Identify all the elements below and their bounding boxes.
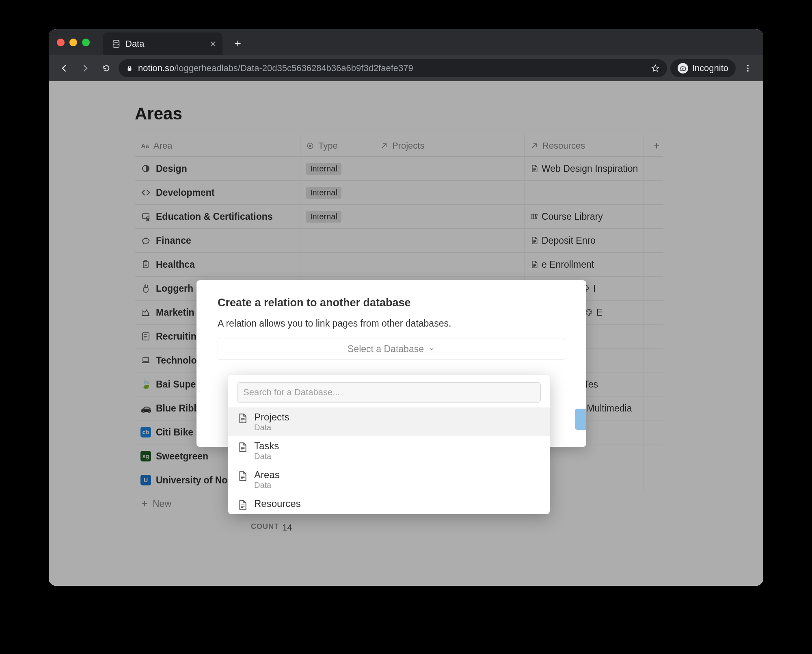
browser-tab[interactable]: Data × xyxy=(103,32,222,55)
window-zoom-button[interactable] xyxy=(82,39,90,46)
url-domain: notion.so xyxy=(138,63,174,73)
tab-title: Data xyxy=(125,39,144,49)
chevron-down-icon xyxy=(428,345,435,353)
select-database-dropdown[interactable]: Select a Database xyxy=(218,338,565,360)
bookmark-star-button[interactable] xyxy=(651,64,660,73)
incognito-label: Incognito xyxy=(692,63,728,74)
titlebar: Data × + xyxy=(49,29,763,55)
incognito-badge[interactable]: Incognito xyxy=(670,59,736,77)
traffic-lights xyxy=(57,39,90,46)
nav-reload-button[interactable] xyxy=(97,59,115,77)
page-icon xyxy=(237,442,248,453)
tab-favicon-icon xyxy=(112,39,121,48)
database-option[interactable]: Resources xyxy=(228,494,550,514)
window-minimize-button[interactable] xyxy=(69,39,77,46)
modal-title: Create a relation to another database xyxy=(218,297,565,309)
database-search-input[interactable] xyxy=(237,382,541,403)
url-path: /loggerheadlabs/Data-20d35c5636284b36a6b… xyxy=(174,63,413,73)
page-icon xyxy=(237,500,248,510)
tab-close-button[interactable]: × xyxy=(210,38,216,50)
create-relation-button[interactable] xyxy=(575,409,586,430)
database-picker-dropdown: Projects Data Tasks Data Areas Data Reso… xyxy=(228,375,550,514)
page-icon xyxy=(237,471,248,481)
database-option[interactable]: Projects Data xyxy=(228,407,550,436)
browser-window: Data × + notion.so/loggerheadlabs/Data-2… xyxy=(49,29,763,586)
database-option[interactable]: Areas Data xyxy=(228,465,550,494)
database-option[interactable]: Tasks Data xyxy=(228,436,550,465)
url-bar: notion.so/loggerheadlabs/Data-20d35c5636… xyxy=(49,55,763,81)
nav-back-button[interactable] xyxy=(55,59,73,77)
page-content: Areas Area Type Projects xyxy=(49,81,763,586)
window-close-button[interactable] xyxy=(57,39,65,46)
url-field[interactable]: notion.so/loggerheadlabs/Data-20d35c5636… xyxy=(119,59,667,77)
browser-menu-button[interactable] xyxy=(739,59,757,77)
page-icon xyxy=(237,413,248,424)
nav-forward-button[interactable] xyxy=(76,59,94,77)
modal-description: A relation allows you to link pages from… xyxy=(218,318,565,329)
lock-icon xyxy=(126,65,133,72)
new-tab-button[interactable]: + xyxy=(235,37,241,50)
